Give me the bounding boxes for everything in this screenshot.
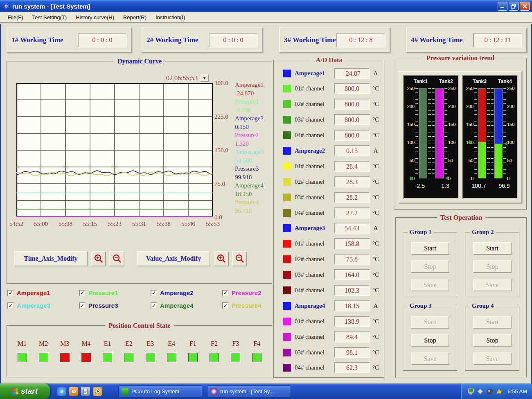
checkbox-label: Amperage1 [17,289,50,296]
test-group-group-1: Group 1StartStopSave [403,232,458,298]
dynamic-curve-panel: Dynamic Curve 02 06:55:53 ▼ 300.0225.015… [7,61,273,284]
checkbox-box[interactable]: ✓ [79,302,86,309]
clock-app-icon[interactable] [69,387,78,396]
position-label: F4 [253,340,260,347]
ad-channel-label: 01# channel [295,85,334,92]
tank-bar-tank1 [419,88,427,178]
minimize-button[interactable] [498,2,507,11]
gauge-ticks [503,88,506,178]
menu-item-report-r-[interactable]: Report(R) [119,13,151,22]
legend-series-name: Pressure1 [235,97,273,106]
value-zoom-out-button[interactable] [232,251,247,266]
taskbar-task-1[interactable]: PCAuto Log System [118,385,202,397]
ad-channel-unit: °C [370,349,381,356]
curve-time-combobox[interactable]: 02 06:55:53 ▼ [166,74,209,82]
tank-value: -2.5 [407,183,433,189]
menu-bar: File(F)Test Setting(T)History curve(H)Re… [0,12,532,23]
ad-data-row: 01# channel138.9°C [277,315,381,327]
checkbox-pressure4[interactable]: ✓Pressure4 [222,302,273,309]
ad-channel-value: 800.0 [334,114,370,125]
value-axis-modify-button[interactable]: Value_Axis_Modify [137,251,210,266]
checkbox-label: Pressure3 [88,302,118,309]
safely-remove-icon[interactable] [477,388,484,395]
ad-data-row: 02# channel89.4°C [277,331,381,343]
channel-color-swatch [283,70,291,77]
channel-color-swatch [283,240,291,248]
tank-value-marker [504,142,507,146]
gauge-scale-number: 250 [405,86,415,91]
checkbox-box[interactable]: ✓ [7,290,14,296]
start-button[interactable]: start [0,383,50,399]
ad-channel-label: 02# channel [295,101,334,108]
close-icon[interactable] [520,2,530,11]
gauge-ticks [491,88,494,178]
y-tick-label: 225.0 [214,113,228,120]
gauge-scale-number: 50 [464,158,473,163]
position-label: F2 [211,340,218,347]
checkbox-amperage4[interactable]: ✓Amperage4 [151,302,222,309]
channel-color-swatch [283,178,291,186]
document-app-icon[interactable] [81,387,90,396]
time-axis-modify-button[interactable]: Time_Axis_Modify [14,251,88,266]
group-1-start-button[interactable]: Start [411,242,449,255]
checkbox-box[interactable]: ✓ [222,302,229,309]
menu-item-test-setting-t-[interactable]: Test Setting(T) [28,13,72,22]
gauge-scale-number: 150 [405,122,415,127]
y-tick-label: 75.0 [214,180,225,187]
checkbox-box[interactable]: ✓ [151,290,157,296]
test-group-group-2: Group 2StartStopSave [465,232,520,298]
internet-explorer-icon[interactable]: e [57,387,66,396]
group-3-save-button: Save [411,352,449,365]
checkbox-box[interactable]: ✓ [151,302,157,309]
checkbox-box[interactable]: ✓ [7,302,14,309]
test-group-buttons: StartStopSave [404,313,457,368]
taskbar-task-label: run system - [Test Sy... [220,388,274,394]
checkbox-pressure1[interactable]: ✓Pressure1 [79,289,151,296]
ad-channel-value: 75.8 [334,254,370,265]
group-4-stop-button[interactable]: Stop [473,334,512,347]
ad-channel-unit: °C [370,256,381,263]
volume-icon[interactable] [486,388,493,395]
menu-item-instruction-i-[interactable]: Instruction(I) [151,13,189,22]
position-state-square [39,353,48,362]
tank-name: Tank2 [433,79,459,84]
time-zoom-in-button[interactable] [91,251,106,266]
restore-button[interactable] [509,2,518,11]
working-time-panel-3: 3# Working Time0 : 12 : 8 [279,27,390,53]
menu-item-history-curve-h-[interactable]: History curve(H) [71,13,119,22]
checkbox-box[interactable]: ✓ [222,290,229,296]
time-zoom-out-button[interactable] [109,251,124,266]
position-label: F3 [232,340,239,347]
media-player-icon[interactable] [93,387,102,396]
messenger-icon[interactable] [496,388,503,395]
taskbar-task-2[interactable]: run system - [Test Sy... [207,385,291,397]
checkbox-pressure2[interactable]: ✓Pressure2 [222,289,273,296]
x-tick-label: 54:52 [9,221,23,228]
checkbox-amperage2[interactable]: ✓Amperage2 [151,289,222,296]
chevron-down-icon[interactable]: ▼ [200,74,209,82]
checkbox-amperage1[interactable]: ✓Amperage1 [7,289,79,296]
run-system-icon [210,388,217,395]
group-2-start-button[interactable]: Start [473,242,512,255]
ad-channel-unit: °C [370,194,381,201]
checkbox-pressure3[interactable]: ✓Pressure3 [79,302,151,309]
tank-bar-tank2 [435,88,444,178]
group-3-stop-button[interactable]: Stop [411,334,449,347]
position-indicator-f1: F1 [184,340,202,362]
ad-channel-unit: °C [370,318,381,325]
checkbox-amperage3[interactable]: ✓Amperage3 [7,302,79,309]
ad-channel-label: 04# channel [295,210,334,216]
value-zoom-in-button[interactable] [214,251,229,266]
gauge-scale-number: 50 [507,158,517,163]
windows-flag-icon [12,388,18,395]
ad-channel-value: 102.3 [334,285,370,296]
group-2-save-button: Save [473,279,512,291]
dynamic-curve-title: Dynamic Curve [114,58,165,65]
checkbox-box[interactable]: ✓ [79,290,86,296]
gauge-scale-number: 100 [448,140,458,145]
working-time-panel-4: 4# Working Time0 : 12 : 11 [406,27,527,53]
title-bar: run system - [Test System] [0,0,532,12]
display-settings-icon[interactable] [467,388,474,395]
menu-item-file-f-[interactable]: File(F) [3,13,28,22]
position-label: M4 [81,340,90,347]
